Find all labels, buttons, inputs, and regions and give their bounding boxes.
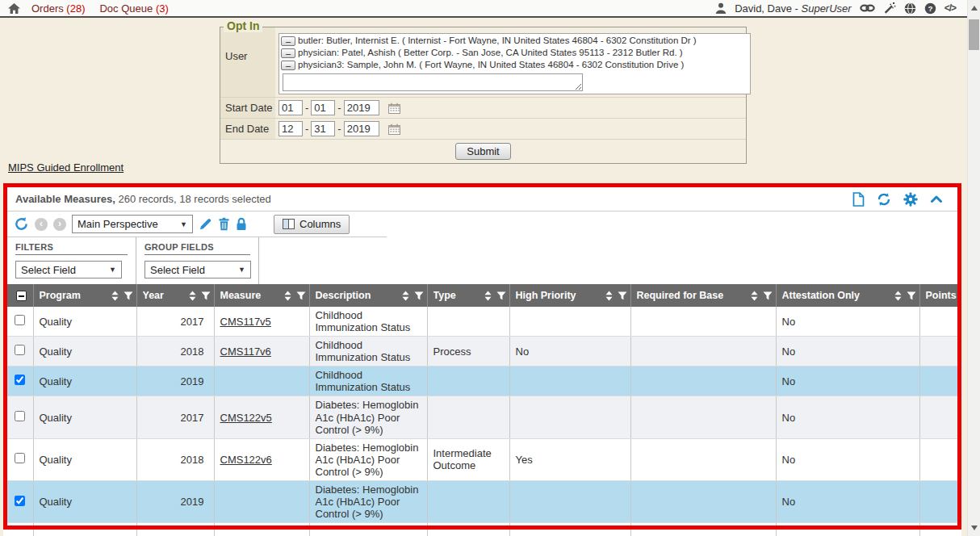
table-row[interactable]: Quality2017CMS117v5Childhood Immunizatio… [7, 307, 961, 337]
scroll-down-icon[interactable] [968, 521, 980, 534]
edit-icon[interactable] [199, 217, 212, 231]
sort-icon[interactable] [605, 291, 613, 301]
column-header[interactable]: Program [33, 284, 136, 307]
remove-user-button[interactable]: – [281, 36, 295, 46]
link-icon[interactable] [860, 2, 875, 14]
filter-icon[interactable] [763, 291, 773, 300]
row-checkbox[interactable] [15, 375, 25, 385]
code-icon[interactable]: </> [944, 2, 956, 14]
sort-icon[interactable] [894, 291, 902, 301]
column-header[interactable]: Required for Base [630, 284, 776, 307]
end-calendar-button[interactable] [388, 124, 400, 135]
high-priority-cell [509, 307, 630, 337]
column-header[interactable]: Year [136, 284, 214, 307]
scroll-up-icon[interactable] [968, 2, 980, 15]
gear-icon[interactable] [903, 192, 918, 207]
measure-link[interactable]: CMS122v5 [220, 412, 272, 424]
page-scrollbar[interactable] [967, 0, 980, 536]
filter-icon[interactable] [414, 291, 424, 300]
column-header[interactable]: Points [919, 284, 961, 307]
table-row[interactable]: Quality2017CMS122v5Diabetes: Hemoglobin … [7, 396, 961, 438]
attestation-only-cell: No [776, 366, 919, 396]
filter-icon[interactable] [296, 291, 306, 300]
table-header-row: Program Year Measure Description [7, 284, 961, 307]
table-row[interactable] [7, 523, 961, 536]
filter-icon[interactable] [907, 291, 916, 300]
required-for-base-cell [630, 438, 776, 480]
end-date-row: End Date - - [220, 118, 746, 139]
sort-icon[interactable] [189, 291, 196, 301]
end-day-input[interactable] [311, 121, 335, 136]
user-name: David, Dave - SuperUser [735, 2, 852, 15]
start-calendar-button[interactable] [388, 103, 400, 114]
home-button[interactable] [8, 3, 20, 14]
column-header[interactable]: Type [427, 284, 509, 307]
scrollbar-thumb[interactable] [969, 19, 979, 50]
nav-forward-button[interactable]: › [53, 218, 66, 231]
user-search-input[interactable] [283, 73, 583, 91]
measure-link[interactable]: CMS122v6 [220, 454, 272, 466]
description-cell: Diabetes: Hemoglobin A1c (HbA1c) Poor Co… [309, 396, 427, 438]
row-checkbox[interactable] [15, 345, 25, 355]
table-row[interactable]: Quality2018CMS117v6Childhood Immunizatio… [7, 337, 961, 366]
top-menu-item[interactable]: Orders (28) [31, 2, 85, 15]
start-year-input[interactable] [344, 100, 379, 115]
table-row[interactable]: Quality2019Diabetes: Hemoglobin A1c (HbA… [7, 480, 961, 522]
table-row[interactable]: Quality2019Childhood Immunization Status… [7, 366, 961, 396]
sort-icon[interactable] [284, 291, 291, 301]
available-measures-panel: Available Measures, 260 records, 18 reco… [3, 183, 961, 536]
globe-icon[interactable] [904, 2, 916, 15]
collapse-icon[interactable] [930, 195, 943, 203]
wand-icon[interactable] [883, 2, 896, 15]
attestation-only-cell: No [776, 438, 919, 480]
sort-icon[interactable] [402, 291, 409, 301]
start-month-input[interactable] [279, 100, 303, 115]
perspective-select[interactable]: Main Perspective ▼ [72, 215, 193, 233]
new-document-icon[interactable] [852, 192, 865, 207]
group-fields-heading: GROUP FIELDS [144, 242, 250, 255]
end-month-input[interactable] [279, 121, 303, 136]
column-header-label: Year [143, 290, 185, 301]
start-day-input[interactable] [311, 100, 335, 115]
refresh-icon[interactable] [877, 192, 891, 207]
row-checkbox[interactable] [15, 453, 25, 463]
filter-icon[interactable] [201, 291, 211, 300]
mips-guided-enrollment-link[interactable]: MIPS Guided Enrollment [8, 161, 124, 174]
nav-back-button[interactable]: ‹ [35, 218, 48, 231]
filter-icon[interactable] [618, 291, 627, 300]
lock-icon[interactable] [236, 217, 247, 231]
user-entry: – butler: Butler, Internist E. ( Interni… [281, 35, 748, 47]
undo-icon[interactable] [14, 216, 29, 232]
column-header[interactable]: Measure [214, 284, 309, 307]
remove-user-button[interactable]: – [281, 48, 295, 58]
filter-icon[interactable] [496, 291, 506, 300]
sort-icon[interactable] [111, 291, 119, 301]
top-menu-item[interactable]: Doc Queue (3) [99, 2, 168, 15]
measure-link[interactable]: CMS117v6 [220, 345, 271, 358]
filters-field-select[interactable]: Select Field ▼ [15, 261, 122, 278]
group-fields-select[interactable]: Select Field ▼ [144, 261, 251, 278]
column-header[interactable]: Attestation Only [776, 284, 919, 307]
sort-icon[interactable] [484, 291, 492, 301]
sort-icon[interactable] [751, 291, 758, 301]
remove-user-button[interactable]: – [281, 61, 295, 70]
measure-link[interactable]: CMS117v5 [220, 316, 271, 328]
submit-button[interactable]: Submit [455, 143, 510, 160]
table-row[interactable]: Quality2018CMS122v6Diabetes: Hemoglobin … [7, 438, 961, 480]
select-all-checkbox[interactable] [16, 291, 27, 301]
column-header[interactable]: High Priority [509, 284, 630, 307]
row-checkbox[interactable] [15, 411, 25, 421]
filter-icon[interactable] [124, 291, 133, 300]
required-for-base-cell [630, 396, 776, 438]
columns-button[interactable]: Columns [274, 215, 350, 234]
end-year-input[interactable] [344, 121, 379, 136]
column-header[interactable]: Description [309, 284, 427, 307]
row-checkbox[interactable] [15, 315, 25, 325]
top-bar-right: David, Dave - SuperUser ? </> [715, 2, 961, 15]
help-icon[interactable]: ? [924, 2, 936, 15]
checkbox-cell [7, 438, 33, 480]
delete-icon[interactable] [218, 217, 230, 231]
row-checkbox[interactable] [15, 496, 25, 506]
panel-title-icons [852, 192, 949, 207]
user-entry-text: physician3: Sample, John M. ( Fort Wayne… [298, 59, 684, 71]
